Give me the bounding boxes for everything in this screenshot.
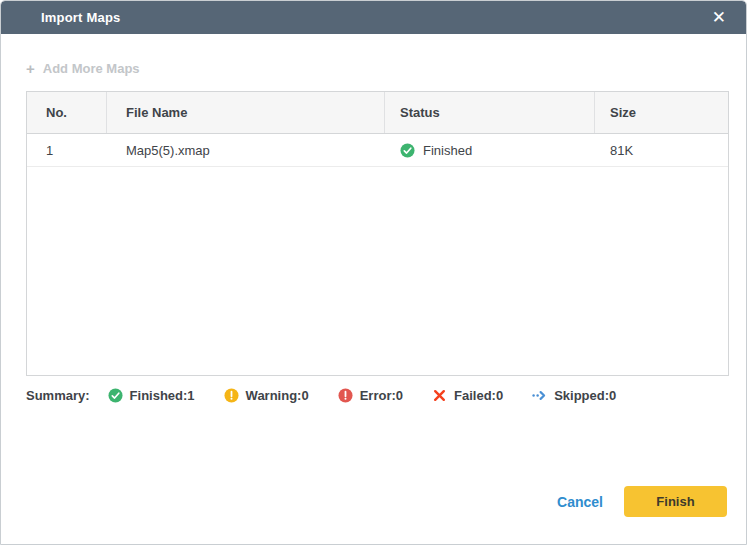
row-size: 81K — [595, 134, 728, 166]
column-header-status: Status — [385, 92, 595, 133]
row-status-label: Finished — [423, 143, 472, 158]
add-more-maps-label: Add More Maps — [43, 61, 140, 76]
add-more-maps-button[interactable]: + Add More Maps — [26, 61, 140, 76]
plus-icon: + — [26, 61, 35, 76]
table-header-row: No. File Name Status Size — [27, 92, 728, 134]
summary-failed: Failed:0 — [432, 388, 503, 403]
column-header-file-name: File Name — [107, 92, 385, 133]
import-files-table: No. File Name Status Size 1 Map5(5).xmap… — [26, 91, 729, 376]
row-number: 1 — [27, 134, 107, 166]
summary-warning: Warning:0 — [224, 388, 309, 403]
table-row[interactable]: 1 Map5(5).xmap Finished 81K — [27, 134, 728, 167]
failed-x-icon — [432, 388, 447, 403]
summary-error: Error:0 — [338, 388, 403, 403]
import-maps-dialog: Import Maps ✕ + Add More Maps No. File N… — [0, 0, 747, 545]
finish-button[interactable]: Finish — [624, 486, 727, 517]
skipped-arrow-icon — [532, 388, 547, 403]
finished-check-icon — [108, 388, 123, 403]
column-header-size: Size — [595, 92, 728, 133]
close-icon[interactable]: ✕ — [708, 7, 730, 28]
summary-warning-label: Warning:0 — [246, 388, 309, 403]
dialog-footer: Cancel Finish — [557, 486, 727, 517]
row-file-name: Map5(5).xmap — [107, 134, 385, 166]
summary-bar: Summary: Finished:1 Warning:0 Error:0 — [26, 388, 616, 403]
summary-skipped: Skipped:0 — [532, 388, 616, 403]
summary-label: Summary: — [26, 388, 90, 403]
summary-finished: Finished:1 — [108, 388, 195, 403]
row-status: Finished — [385, 134, 595, 166]
dialog-titlebar: Import Maps ✕ — [1, 1, 746, 34]
summary-finished-label: Finished:1 — [130, 388, 195, 403]
error-icon — [338, 388, 353, 403]
summary-skipped-label: Skipped:0 — [554, 388, 616, 403]
summary-failed-label: Failed:0 — [454, 388, 503, 403]
finished-check-icon — [400, 143, 415, 158]
cancel-button[interactable]: Cancel — [557, 494, 603, 510]
column-header-no: No. — [27, 92, 107, 133]
warning-icon — [224, 388, 239, 403]
dialog-title: Import Maps — [41, 10, 120, 25]
summary-error-label: Error:0 — [360, 388, 403, 403]
